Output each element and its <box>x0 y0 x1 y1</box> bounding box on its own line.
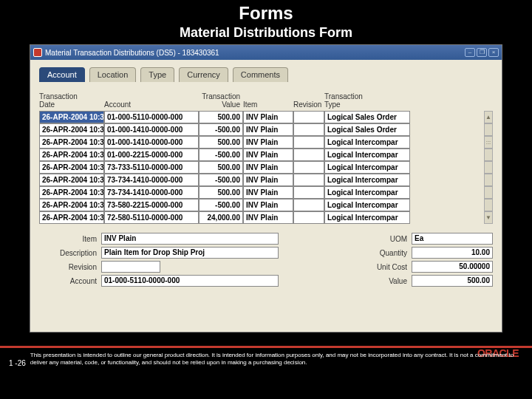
cell-rev[interactable] <box>293 161 324 174</box>
cell-type[interactable]: Logical Intercompar <box>324 149 410 161</box>
scroll-gap <box>484 149 493 161</box>
cell-type[interactable]: Logical Intercompar <box>324 161 410 174</box>
cell-account[interactable]: 01-000-2215-0000-000 <box>104 149 199 161</box>
qty-label: Quantity <box>370 249 407 257</box>
minimize-icon[interactable]: – <box>465 48 475 57</box>
cell-date[interactable]: 26-APR-2004 10:3 <box>39 149 104 161</box>
tab-location[interactable]: Location <box>89 67 137 82</box>
cell-account[interactable]: 73-580-2215-0000-000 <box>104 199 199 211</box>
acct-label: Account <box>39 277 97 285</box>
close-icon[interactable]: × <box>488 48 499 57</box>
cell-value[interactable]: -500.00 <box>199 199 243 211</box>
cost-field[interactable]: 50.00000 <box>412 261 493 273</box>
cell-item[interactable]: INV Plain <box>243 174 293 186</box>
cell-account[interactable]: 01-000-1410-0000-000 <box>104 123 199 136</box>
cell-type[interactable]: Logical Sales Order <box>324 111 410 123</box>
disclaimer: This presentation is intended to outline… <box>30 352 532 366</box>
cell-item[interactable]: INV Plain <box>243 186 293 199</box>
table-row[interactable]: 26-APR-2004 10:373-580-2215-0000-000-500… <box>39 199 482 211</box>
scroll-thumb[interactable]: ::: <box>484 136 493 149</box>
cell-value[interactable]: 500.00 <box>199 136 243 149</box>
cell-rev[interactable] <box>293 211 324 224</box>
cell-type[interactable]: Logical Sales Order <box>324 123 410 136</box>
acct-field[interactable]: 01-000-5110-0000-000 <box>101 275 279 287</box>
table-row[interactable]: 26-APR-2004 10:373-734-1410-0000-000-500… <box>39 174 482 186</box>
cell-type[interactable]: Logical Intercompar <box>324 174 410 186</box>
cell-value[interactable]: 500.00 <box>199 186 243 199</box>
cell-account[interactable]: 72-580-5110-0000-000 <box>104 211 199 224</box>
tab-comments[interactable]: Comments <box>233 67 288 82</box>
cell-date[interactable]: 26-APR-2004 10:3 <box>39 161 104 174</box>
table-row[interactable]: 26-APR-2004 10:373-734-1410-0000-000500.… <box>39 186 482 199</box>
scroll-gap <box>484 123 493 136</box>
cell-value[interactable]: -500.00 <box>199 149 243 161</box>
footer: 1 -26 This presentation is intended to o… <box>0 352 532 367</box>
col-header-value: TransactionValue <box>199 92 243 109</box>
cell-account[interactable]: 73-734-1410-0000-000 <box>104 186 199 199</box>
tab-currency[interactable]: Currency <box>179 67 228 82</box>
col-header-account: Account <box>104 100 199 109</box>
cell-account[interactable]: 01-000-5110-0000-000 <box>104 111 199 123</box>
table-row[interactable]: 26-APR-2004 10:372-580-5110-0000-00024,0… <box>39 211 482 224</box>
cell-rev[interactable] <box>293 186 324 199</box>
cell-item[interactable]: INV Plain <box>243 199 293 211</box>
cell-rev[interactable] <box>293 111 324 123</box>
rev-field[interactable] <box>101 261 160 273</box>
cell-type[interactable]: Logical Intercompar <box>324 136 410 149</box>
cell-value[interactable]: -500.00 <box>199 123 243 136</box>
qty-field[interactable]: 10.00 <box>412 247 493 259</box>
cell-item[interactable]: INV Plain <box>243 123 293 136</box>
cell-date[interactable]: 26-APR-2004 10:3 <box>39 174 104 186</box>
col-header-revision: Revision <box>293 100 324 109</box>
cell-account[interactable]: 01-000-1410-0000-000 <box>104 136 199 149</box>
cell-item[interactable]: INV Plain <box>243 136 293 149</box>
cell-account[interactable]: 73-734-1410-0000-000 <box>104 174 199 186</box>
val-label: Value <box>370 277 407 285</box>
table-row[interactable]: 26-APR-2004 10:301-000-5110-0000-000500.… <box>39 111 482 123</box>
scroll-down-icon[interactable]: ▼ <box>484 211 493 224</box>
cell-item[interactable]: INV Plain <box>243 161 293 174</box>
scroll-gap <box>484 186 493 199</box>
uom-label: UOM <box>370 235 407 243</box>
grid-rows: 26-APR-2004 10:301-000-5110-0000-000500.… <box>39 111 482 224</box>
cell-type[interactable]: Logical Intercompar <box>324 211 410 224</box>
cell-date[interactable]: 26-APR-2004 10:3 <box>39 136 104 149</box>
window-titlebar[interactable]: Material Transaction Distributions (DS5)… <box>30 45 502 60</box>
cell-item[interactable]: INV Plain <box>243 149 293 161</box>
col-header-type: TransactionType <box>324 92 410 109</box>
cell-rev[interactable] <box>293 149 324 161</box>
col-header-date: TransactionDate <box>39 92 104 109</box>
tab-type[interactable]: Type <box>140 67 174 82</box>
tab-row: AccountLocationTypeCurrencyComments <box>39 67 493 82</box>
cell-item[interactable]: INV Plain <box>243 111 293 123</box>
cell-date[interactable]: 26-APR-2004 10:3 <box>39 111 104 123</box>
cell-rev[interactable] <box>293 136 324 149</box>
cell-rev[interactable] <box>293 123 324 136</box>
table-row[interactable]: 26-APR-2004 10:301-000-1410-0000-000-500… <box>39 123 482 136</box>
table-row[interactable]: 26-APR-2004 10:301-000-1410-0000-000500.… <box>39 136 482 149</box>
cell-date[interactable]: 26-APR-2004 10:3 <box>39 123 104 136</box>
cell-value[interactable]: 24,000.00 <box>199 211 243 224</box>
cell-type[interactable]: Logical Intercompar <box>324 186 410 199</box>
cell-value[interactable]: 500.00 <box>199 111 243 123</box>
uom-field[interactable]: Ea <box>412 233 493 245</box>
cell-date[interactable]: 26-APR-2004 10:3 <box>39 186 104 199</box>
desc-field[interactable]: Plain Item for Drop Ship Proj <box>101 247 279 259</box>
scroll-up-icon[interactable]: ▲ <box>484 111 493 123</box>
cell-date[interactable]: 26-APR-2004 10:3 <box>39 211 104 224</box>
cell-value[interactable]: -500.00 <box>199 174 243 186</box>
cell-rev[interactable] <box>293 199 324 211</box>
cell-account[interactable]: 73-733-5110-0000-000 <box>104 161 199 174</box>
cell-rev[interactable] <box>293 174 324 186</box>
cell-value[interactable]: 500.00 <box>199 161 243 174</box>
item-field[interactable]: INV Plain <box>101 233 279 245</box>
table-row[interactable]: 26-APR-2004 10:373-733-5110-0000-000500.… <box>39 161 482 174</box>
val-field[interactable]: 500.00 <box>412 275 493 287</box>
cell-date[interactable]: 26-APR-2004 10:3 <box>39 199 104 211</box>
tab-account[interactable]: Account <box>39 67 85 82</box>
table-row[interactable]: 26-APR-2004 10:301-000-2215-0000-000-500… <box>39 149 482 161</box>
restore-icon[interactable]: ❐ <box>477 48 487 57</box>
cost-label: Unit Cost <box>370 263 407 271</box>
cell-type[interactable]: Logical Intercompar <box>324 199 410 211</box>
cell-item[interactable]: INV Plain <box>243 211 293 224</box>
